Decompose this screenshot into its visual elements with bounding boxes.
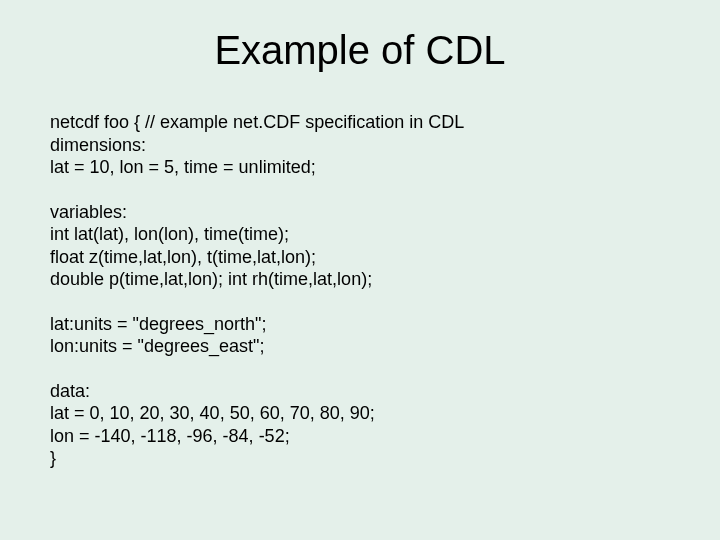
code-line: }: [50, 447, 670, 470]
code-line: int lat(lat), lon(lon), time(time);: [50, 223, 670, 246]
slide: Example of CDL netcdf foo { // example n…: [0, 0, 720, 540]
slide-content: netcdf foo { // example net.CDF specific…: [50, 111, 670, 470]
code-line: data:: [50, 380, 670, 403]
code-line: lat:units = "degrees_north";: [50, 313, 670, 336]
cdl-block-attributes: lat:units = "degrees_north"; lon:units =…: [50, 313, 670, 358]
code-line: double p(time,lat,lon); int rh(time,lat,…: [50, 268, 670, 291]
cdl-block-variables: variables: int lat(lat), lon(lon), time(…: [50, 201, 670, 291]
code-line: lon = -140, -118, -96, -84, -52;: [50, 425, 670, 448]
code-line: netcdf foo { // example net.CDF specific…: [50, 111, 670, 134]
cdl-block-header: netcdf foo { // example net.CDF specific…: [50, 111, 670, 179]
code-line: lat = 0, 10, 20, 30, 40, 50, 60, 70, 80,…: [50, 402, 670, 425]
code-line: lat = 10, lon = 5, time = unlimited;: [50, 156, 670, 179]
code-line: dimensions:: [50, 134, 670, 157]
code-line: lon:units = "degrees_east";: [50, 335, 670, 358]
code-line: variables:: [50, 201, 670, 224]
slide-title: Example of CDL: [50, 28, 670, 73]
cdl-block-data: data: lat = 0, 10, 20, 30, 40, 50, 60, 7…: [50, 380, 670, 470]
code-line: float z(time,lat,lon), t(time,lat,lon);: [50, 246, 670, 269]
